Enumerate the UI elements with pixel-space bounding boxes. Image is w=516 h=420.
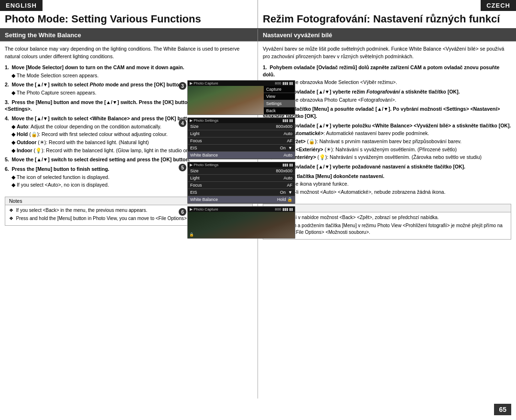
settings-size: Size800x600	[188, 123, 295, 130]
notes-header-cz: Poznámky	[263, 204, 511, 212]
menu-view: View	[264, 93, 295, 100]
cz-step-1: 1. Pohybem ovladače [Ovladač režimů] dol…	[263, 64, 511, 86]
note-cz-2: ❖ Stisknutím a podržením tlačítka [Menu]…	[267, 222, 507, 236]
section-bar: Setting the White Balance Nastavení vyvá…	[0, 29, 516, 42]
section-heading-en: Setting the White Balance	[0, 29, 258, 41]
screen-6-block: 6 ▶ Photo Capture 800 ▮▮▮ ▮▮ 🔒	[181, 206, 295, 239]
screen-4: ▶ Photo Settings ▮▮▮ ▮▮ Size800x600 Ligh…	[187, 117, 295, 159]
step-badge-6: 6	[179, 208, 186, 216]
title-left: Photo Mode: Setting Various Functions	[0, 11, 258, 28]
screen-4-block: 4 ▶ Photo Settings ▮▮▮ ▮▮ Size800x600 Li…	[181, 117, 295, 159]
menu-settings: Settings	[264, 100, 295, 107]
step-badge-3: 3	[179, 82, 186, 90]
cz-step-3: 3. Stiskněte tlačítko [Menu] a posuňte o…	[263, 105, 511, 119]
section-bar-left: Setting the White Balance	[0, 29, 258, 41]
en-intro: The colour balance may vary depending on…	[0, 42, 258, 63]
images-column: 3 ▶ Photo Capture 800 ▮▮▮ ▮▮ Capture Vie…	[181, 80, 295, 241]
top-row: ENGLISH CZECH	[0, 0, 516, 11]
cz-step-4: 4. Pohybem ovladače [▲/▼] vyberte položk…	[263, 122, 511, 161]
english-badge: ENGLISH	[0, 0, 43, 11]
screen-4-settings: Size800x600 LightAuto FocusAF EISOn ▼ Wh…	[188, 123, 295, 159]
cz-step-5: 5. Pohybem ovladače [▲/▼] vyberte požado…	[263, 163, 511, 170]
notes-section-cz: Poznámky ❖ Vyberete-li v nabídce možnost…	[263, 204, 511, 240]
screen-3-block: 3 ▶ Photo Capture 800 ▮▮▮ ▮▮ Capture Vie…	[181, 80, 295, 115]
screen-6: ▶ Photo Capture 800 ▮▮▮ ▮▮ 🔒	[187, 206, 295, 239]
settings-wb: White BalanceAuto	[188, 152, 295, 159]
screen-3-body: Capture View Settings Back	[188, 86, 295, 115]
cz-step-2: 2. Pohybem ovladače [▲/▼] vyberte režim …	[263, 88, 511, 103]
settings-wb-hold: White BalanceHold 🔒	[188, 196, 295, 203]
settings-focus: FocusAF	[188, 137, 295, 145]
notes-content-cz: ❖ Vyberete-li v nabídce možnost <Back> <…	[263, 212, 511, 239]
screen-5-topbar: ▶ Photo Settings ▮▮▮ ▮▮	[188, 162, 295, 168]
step-badge-5: 5	[179, 164, 186, 171]
title-right: Režim Fotografování: Nastavení různých f…	[258, 11, 516, 28]
section-bar-right: Nastavení vyvážení bílé	[258, 29, 516, 41]
page-number: 65	[494, 404, 511, 415]
screen-6-photo: 🔒	[188, 212, 295, 238]
screen-5-block: 5 ▶ Photo Settings ▮▮▮ ▮▮ Size800x600 Li…	[181, 162, 295, 204]
screen-3: ▶ Photo Capture 800 ▮▮▮ ▮▮ Capture View …	[187, 80, 295, 115]
settings-light-5: LightAuto	[188, 175, 295, 182]
menu-capture: Capture	[264, 86, 295, 93]
note-cz-1: ❖ Vyberete-li v nabídce možnost <Back> <…	[267, 214, 507, 221]
header: ENGLISH CZECH Photo Mode: Setting Variou…	[0, 0, 516, 42]
full-page: ENGLISH CZECH Photo Mode: Setting Variou…	[0, 0, 516, 420]
en-step-1: 1. Move [Mode Selector] down to turn on …	[5, 64, 253, 79]
body: The colour balance may vary depending on…	[0, 42, 516, 399]
menu-back: Back	[264, 107, 295, 115]
settings-eis: EISOn ▼	[188, 145, 295, 152]
screen-3-topbar: ▶ Photo Capture 800 ▮▮▮ ▮▮	[188, 81, 295, 86]
title-row: Photo Mode: Setting Various Functions Re…	[0, 11, 516, 29]
screen-6-topbar: ▶ Photo Capture 800 ▮▮▮ ▮▮	[188, 207, 295, 212]
screen-6-body: 🔒	[188, 212, 295, 238]
body-right: Vyvážení barev se může lišit podle světe…	[258, 42, 516, 399]
screen-3-photo	[188, 86, 264, 115]
cz-steps: 1. Pohybem ovladače [Ovladač režimů] dol…	[258, 64, 516, 201]
cz-intro: Vyvážení barev se může lišit podle světe…	[258, 42, 516, 63]
settings-eis-5: EISOn ▼	[188, 189, 295, 196]
page-title-cz: Režim Fotografování: Nastavení různých f…	[263, 13, 511, 25]
page-title-en: Photo Mode: Setting Various Functions	[5, 13, 253, 25]
czech-badge: CZECH	[481, 0, 516, 11]
settings-size-5: Size800x600	[188, 168, 295, 175]
screen-5: ▶ Photo Settings ▮▮▮ ▮▮ Size800x600 Ligh…	[187, 162, 295, 204]
step-badge-4: 4	[179, 119, 186, 127]
screen-4-topbar: ▶ Photo Settings ▮▮▮ ▮▮	[188, 118, 295, 123]
screen-5-settings: Size800x600 LightAuto FocusAF EISOn ▼ Wh…	[188, 168, 295, 203]
settings-focus-5: FocusAF	[188, 182, 295, 189]
settings-light: LightAuto	[188, 130, 295, 137]
section-heading-cz: Nastavení vyvážení bílé	[258, 29, 516, 41]
screen-3-menu: Capture View Settings Back	[264, 86, 295, 115]
cz-step-6: 6. Stisknutím tlačítka [Menu] dokončete …	[263, 173, 511, 196]
